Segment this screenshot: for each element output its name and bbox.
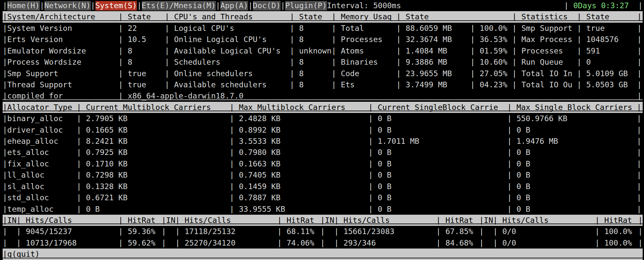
allocator-row-cell: | 0.7298 KB [77, 169, 230, 181]
system-row-cell: |Erts Version [3, 34, 118, 45]
allocator-row-cell: | 0 B [368, 158, 507, 169]
cache-hits-cell: | 15661/23083 [334, 226, 436, 237]
system-table-row: |System Version| 22| Logical CPU's| 8| T… [3, 23, 643, 34]
quit-button[interactable]: q(quit) [7, 249, 40, 260]
allocator-row-end-pipe: | [637, 169, 641, 181]
system-table-header: |System/Architecture| State| CPU's and T… [3, 11, 643, 22]
cache-hits-cell: | 293/346 [334, 237, 436, 249]
tab-network[interactable]: Network(N) [44, 1, 91, 11]
allocator-row-cell: |ets_alloc [3, 147, 77, 158]
cache-rate-cell: | 67.85% [436, 226, 479, 237]
allocator-table-header: |Allocator Type| Current Multiblock Carr… [3, 102, 643, 113]
allocator-header-cell: | Max Multiblock Carriers [230, 102, 368, 113]
system-table: |System/Architecture| State| CPU's and T… [3, 11, 644, 101]
allocator-row-cell: | 0 B [368, 192, 507, 203]
allocator-row-cell: |fix_alloc [3, 158, 77, 169]
system-row-cell: |Thread Support [3, 79, 118, 90]
cache-hits-cell: | 17118/25132 [175, 226, 277, 237]
cache-header-hits: | Hits/Calls [493, 215, 595, 226]
cache-hits-cell: | 25270/34120 [175, 237, 277, 249]
system-row-cell: | Total [332, 23, 396, 34]
allocator-row-cell: |driver_alloc [3, 124, 77, 136]
cache-header-hits: | Hits/Calls [175, 215, 277, 226]
system-row-cell: | 22 [118, 23, 165, 34]
system-row-cell: | 8 [290, 23, 332, 34]
cache-in-cell: |03 [161, 226, 175, 237]
allocator-row-cell: | 1.9476 MB [507, 136, 637, 147]
allocator-table-row: |driver_alloc| 0.1665 KB| 0.8992 KB| 0 B… [3, 124, 643, 136]
tab-home[interactable]: Home(H) [7, 1, 40, 11]
system-row-cell: | Atoms [332, 45, 396, 56]
uptime-left-separator: | [564, 0, 569, 11]
allocator-row-cell: | 0.1663 KB [230, 158, 368, 169]
allocator-row-cell: |ll_alloc [3, 169, 77, 181]
allocator-row-cell: | 0.1710 KB [77, 158, 230, 169]
cache-header-rate: | HitRat [436, 215, 479, 226]
cache-in-cell: |08 [479, 237, 493, 249]
system-row-cell: | 36.53% [470, 34, 512, 45]
system-row-cell: | 32.3674 MB [396, 34, 470, 45]
system-row-cell: | 8 [118, 56, 165, 68]
tab-system[interactable]: System(S) [95, 1, 137, 11]
system-row-cell: | 100.0% [470, 23, 512, 34]
system-header-cell: | Statistics [512, 11, 577, 22]
cache-header-in: |IN [161, 215, 175, 226]
system-row-cell: | 9.3886 MB [396, 56, 470, 68]
cache-header-hits: | Hits/Calls [334, 215, 436, 226]
system-row-cell: | 1.4084 MB [396, 45, 470, 56]
allocator-row-cell: | 2.7905 KB [77, 113, 230, 124]
system-row-cell: | true [577, 23, 637, 34]
allocator-row-cell: | 0 B [507, 204, 637, 215]
observer-cli-screen: |Home(H)|Network(N)|System(S)|Ets(E)/Mne… [0, 0, 644, 260]
tab-doc[interactable]: Doc(D) [253, 1, 281, 11]
allocator-row-cell: | 8.2421 KB [77, 136, 230, 147]
cache-header-rate: | HitRat [595, 215, 638, 226]
allocator-row-cell: | 0.1459 KB [230, 181, 368, 192]
allocator-row-cell: | 0.6721 KB [77, 192, 230, 203]
system-row-cell: | Binaries [332, 56, 396, 68]
tab-plugin[interactable]: Plugin(P) [285, 1, 327, 11]
cache-row-end-pipe: | [638, 237, 643, 249]
allocator-table-row: |eheap_alloc| 8.2421 KB| 3.5533 KB| 1.70… [3, 136, 643, 147]
system-row-cell: |Process Wordsize [3, 56, 118, 68]
cache-hit-row: |02| 10713/17968| 59.62%|04| 25270/34120… [3, 237, 643, 249]
system-row-cell: | Run Queue [512, 56, 577, 68]
system-row-cell: | Available schedulers [165, 79, 290, 90]
system-row-cell: | 01.59% [470, 45, 512, 56]
cache-hits-cell: | 0/0 [493, 237, 595, 249]
allocator-row-cell: | 0 B [368, 204, 507, 215]
system-row-end-pipe: | [637, 23, 642, 34]
system-row-cell: | 1048576 [577, 34, 637, 45]
cache-rate-cell: | 100.0% [595, 237, 638, 249]
tab-ets-mnesia[interactable]: Ets(E)/Mnesia(M) [142, 1, 216, 11]
allocator-row-cell: |std_alloc [3, 192, 77, 203]
allocator-row-cell: | 550.9766 KB [507, 113, 637, 124]
system-row-cell: | true [118, 68, 165, 79]
allocator-row-cell: | 0.7925 KB [77, 147, 230, 158]
allocator-row-cell: | 0 B [368, 169, 507, 181]
allocator-table: |Allocator Type| Current Multiblock Carr… [3, 102, 644, 215]
allocator-table-row: |fix_alloc| 0.1710 KB| 0.1663 KB| 0 B| 0… [3, 158, 643, 169]
allocator-row-cell: | 0 B [368, 124, 507, 136]
system-row-cell: | Ets [332, 79, 396, 90]
allocator-header-cell: | Current Multiblock Carriers [77, 102, 230, 113]
system-row-cell: | 10.60% [470, 56, 512, 68]
tab-separator: | [137, 0, 141, 11]
system-row-end-pipe: | [637, 45, 642, 56]
allocator-header-cell: | Current SingleBlock Carrie [368, 102, 507, 113]
allocator-row-cell: | 0 B [507, 192, 637, 203]
system-row-end-pipe: | [637, 34, 642, 45]
system-row-cell: | Available Logical CPU's [165, 45, 290, 56]
system-row-cell: | Online Logical CPU's [165, 34, 290, 45]
allocator-row-cell: | 3.5533 KB [230, 136, 368, 147]
cache-hits-cell: | 10713/17968 [16, 237, 118, 249]
tab-app[interactable]: App(A) [220, 1, 248, 11]
system-row-cell: | 10.5 [118, 34, 165, 45]
tab-separator: | [40, 0, 44, 11]
allocator-row-cell: | 0 B [368, 113, 507, 124]
allocator-row-cell: |eheap_alloc [3, 136, 77, 147]
allocator-row-cell: |binary_alloc [3, 113, 77, 124]
cache-rate-cell: | 74.06% [277, 237, 320, 249]
allocator-row-cell: | 2.4828 KB [230, 113, 368, 124]
cache-header-end-pipe: | [638, 215, 643, 226]
